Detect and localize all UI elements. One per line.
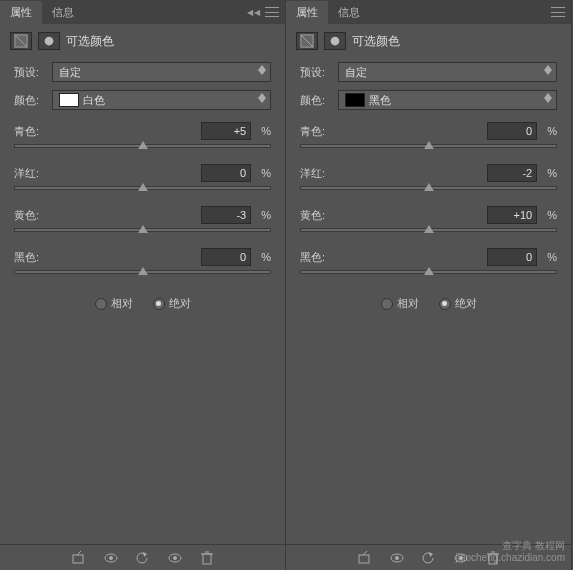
yellow-input[interactable]: [487, 206, 537, 224]
tab-properties[interactable]: 属性: [286, 1, 328, 24]
percent-symbol: %: [261, 125, 271, 137]
slider-thumb-icon[interactable]: [138, 141, 148, 149]
panel-footer: [0, 544, 285, 570]
color-value: 黑色: [369, 93, 391, 108]
black-group: 黑色: %: [286, 240, 571, 282]
reset-icon[interactable]: [135, 551, 151, 565]
clip-icon[interactable]: [357, 551, 373, 565]
tab-properties[interactable]: 属性: [0, 1, 42, 24]
svg-rect-12: [359, 555, 369, 563]
panel-title-row: 可选颜色: [0, 24, 285, 58]
magenta-input[interactable]: [201, 164, 251, 182]
slider-thumb-icon[interactable]: [424, 183, 434, 191]
menu-icon[interactable]: [551, 7, 565, 17]
slider-thumb-icon[interactable]: [138, 183, 148, 191]
svg-point-1: [45, 37, 54, 46]
black-input[interactable]: [487, 248, 537, 266]
percent-symbol: %: [547, 209, 557, 221]
reset-icon[interactable]: [421, 551, 437, 565]
magenta-label: 洋红:: [14, 166, 201, 181]
cyan-label: 青色:: [14, 124, 201, 139]
slider-thumb-icon[interactable]: [424, 267, 434, 275]
watermark: 查字典 教程网 jiaocheng.chazidian.com: [455, 540, 565, 564]
radio-relative[interactable]: 相对: [381, 296, 419, 311]
preset-row: 预设: 自定: [0, 58, 285, 86]
preset-row: 预设: 自定: [286, 58, 571, 86]
magenta-label: 洋红:: [300, 166, 487, 181]
black-slider[interactable]: [300, 270, 557, 274]
yellow-label: 黄色:: [300, 208, 487, 223]
svg-rect-7: [203, 554, 211, 564]
black-slider[interactable]: [14, 270, 271, 274]
color-value: 白色: [83, 93, 105, 108]
method-radios: 相对 绝对: [0, 282, 285, 325]
tabs: 属性 信息 ◀◀: [0, 0, 285, 24]
radio-absolute[interactable]: 绝对: [153, 296, 191, 311]
magenta-slider[interactable]: [14, 186, 271, 190]
preset-dropdown[interactable]: 自定: [52, 62, 271, 82]
menu-icon[interactable]: [265, 7, 279, 17]
color-dropdown[interactable]: 白色: [52, 90, 271, 110]
black-input[interactable]: [201, 248, 251, 266]
adjustment-icon: [296, 32, 318, 50]
yellow-group: 黄色: %: [286, 198, 571, 240]
preset-dropdown[interactable]: 自定: [338, 62, 557, 82]
black-label: 黑色:: [300, 250, 487, 265]
yellow-slider[interactable]: [300, 228, 557, 232]
slider-thumb-icon[interactable]: [424, 225, 434, 233]
magenta-input[interactable]: [487, 164, 537, 182]
preset-label: 预设:: [300, 65, 332, 80]
radio-icon: [381, 298, 393, 310]
panel-title: 可选颜色: [66, 33, 114, 50]
tab-info[interactable]: 信息: [328, 1, 370, 24]
panel-title: 可选颜色: [352, 33, 400, 50]
svg-rect-2: [73, 555, 83, 563]
magenta-group: 洋红: %: [0, 156, 285, 198]
color-swatch: [59, 93, 79, 107]
cyan-slider[interactable]: [300, 144, 557, 148]
clip-icon[interactable]: [71, 551, 87, 565]
trash-icon[interactable]: [199, 551, 215, 565]
radio-absolute[interactable]: 绝对: [439, 296, 477, 311]
visibility-icon[interactable]: [103, 551, 119, 565]
view-previous-icon[interactable]: [167, 551, 183, 565]
svg-point-6: [173, 556, 177, 560]
mask-icon[interactable]: [324, 32, 346, 50]
visibility-icon[interactable]: [389, 551, 405, 565]
left-panel: 属性 信息 ◀◀ 可选颜色 预设: 自定 颜色: 白色 青色: % 洋红:: [0, 0, 286, 570]
yellow-input[interactable]: [201, 206, 251, 224]
mask-icon[interactable]: [38, 32, 60, 50]
panel-title-row: 可选颜色: [286, 24, 571, 58]
tabs: 属性 信息: [286, 0, 571, 24]
svg-point-14: [395, 556, 399, 560]
method-radios: 相对 绝对: [286, 282, 571, 325]
radio-icon: [439, 298, 451, 310]
radio-icon: [95, 298, 107, 310]
percent-symbol: %: [261, 209, 271, 221]
color-label: 颜色:: [14, 93, 46, 108]
percent-symbol: %: [547, 251, 557, 263]
color-label: 颜色:: [300, 93, 332, 108]
cyan-input[interactable]: [201, 122, 251, 140]
yellow-label: 黄色:: [14, 208, 201, 223]
magenta-group: 洋红: %: [286, 156, 571, 198]
radio-relative[interactable]: 相对: [95, 296, 133, 311]
slider-thumb-icon[interactable]: [138, 225, 148, 233]
cyan-slider[interactable]: [14, 144, 271, 148]
cyan-group: 青色: %: [286, 114, 571, 156]
color-row: 颜色: 白色: [0, 86, 285, 114]
collapse-icon[interactable]: ◀◀: [247, 8, 261, 17]
percent-symbol: %: [547, 167, 557, 179]
svg-point-4: [109, 556, 113, 560]
cyan-label: 青色:: [300, 124, 487, 139]
slider-thumb-icon[interactable]: [138, 267, 148, 275]
cyan-group: 青色: %: [0, 114, 285, 156]
color-dropdown[interactable]: 黑色: [338, 90, 557, 110]
cyan-input[interactable]: [487, 122, 537, 140]
magenta-slider[interactable]: [300, 186, 557, 190]
yellow-slider[interactable]: [14, 228, 271, 232]
slider-thumb-icon[interactable]: [424, 141, 434, 149]
tab-info[interactable]: 信息: [42, 1, 84, 24]
black-label: 黑色:: [14, 250, 201, 265]
radio-icon: [153, 298, 165, 310]
